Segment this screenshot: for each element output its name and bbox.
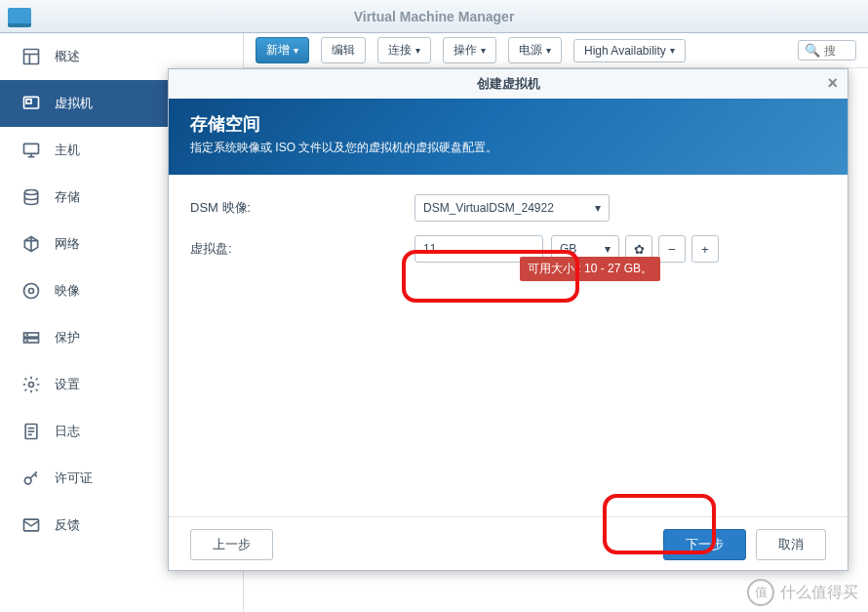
layout-icon <box>21 47 41 66</box>
image-icon <box>21 281 41 301</box>
sidebar-item-label: 反馈 <box>55 516 80 534</box>
window-title: Virtual Machine Manager <box>0 9 868 24</box>
network-icon <box>21 234 41 254</box>
vdisk-remove-button[interactable]: − <box>658 235 686 263</box>
search-box[interactable]: 🔍 <box>798 40 856 61</box>
banner-subtitle: 指定系统映像或 ISO 文件以及您的虚拟机的虚拟硬盘配置。 <box>190 140 826 156</box>
svg-rect-5 <box>24 143 39 153</box>
key-icon <box>21 469 41 488</box>
svg-point-14 <box>26 341 27 342</box>
sidebar-item-label: 映像 <box>55 282 80 300</box>
chevron-down-icon: ▾ <box>605 242 611 256</box>
sidebar-item-label: 网络 <box>55 235 80 253</box>
svg-point-10 <box>29 289 34 294</box>
chevron-down-icon: ▾ <box>546 45 551 56</box>
dsm-image-label: DSM 映像: <box>190 199 414 217</box>
add-button[interactable]: 新增▾ <box>256 37 309 63</box>
close-icon[interactable]: × <box>827 73 838 94</box>
size-hint-tooltip: 可用大小 : 10 - 27 GB。 <box>520 257 660 281</box>
svg-point-15 <box>29 383 34 388</box>
vdisk-unit-value: GB <box>560 242 576 256</box>
back-button[interactable]: 上一步 <box>190 529 273 560</box>
shield-icon <box>21 328 41 347</box>
dialog-footer: 上一步 下一步 取消 <box>169 516 848 572</box>
chevron-down-icon: ▾ <box>670 45 675 56</box>
log-icon <box>21 422 41 441</box>
svg-point-13 <box>26 335 27 336</box>
sidebar-item-label: 许可证 <box>55 469 93 487</box>
gear-icon: ✿ <box>634 242 645 257</box>
monitor-icon <box>21 141 41 160</box>
gear-icon <box>21 375 41 394</box>
toolbar: 新增▾ 编辑 连接▾ 操作▾ 电源▾ High Availability▾ 🔍 <box>244 33 868 68</box>
watermark: 值 什么值得买 <box>747 579 858 606</box>
minus-icon: − <box>668 242 676 257</box>
svg-rect-4 <box>26 100 31 103</box>
sidebar-item-label: 概述 <box>55 48 80 65</box>
chevron-down-icon: ▾ <box>294 45 298 56</box>
svg-point-9 <box>24 284 39 299</box>
svg-point-20 <box>24 477 31 484</box>
chevron-down-icon: ▾ <box>595 201 601 215</box>
sidebar-item-label: 日志 <box>55 423 80 440</box>
plus-icon: + <box>701 242 709 257</box>
edit-button[interactable]: 编辑 <box>321 37 366 63</box>
mail-icon <box>21 515 41 535</box>
window-title-bar: Virtual Machine Manager <box>0 0 868 33</box>
sidebar-item-label: 虚拟机 <box>55 95 93 112</box>
dialog-title: 创建虚拟机 <box>477 75 540 93</box>
dsm-image-select[interactable]: DSM_VirtualDSM_24922 ▾ <box>414 194 610 222</box>
connect-button[interactable]: 连接▾ <box>377 37 431 63</box>
vm-icon <box>21 94 41 113</box>
vdisk-add-button[interactable]: + <box>691 235 719 263</box>
dialog-banner: 存储空间 指定系统映像或 ISO 文件以及您的虚拟机的虚拟硬盘配置。 <box>169 99 848 175</box>
svg-rect-0 <box>24 50 39 64</box>
svg-point-8 <box>24 190 37 195</box>
create-vm-dialog: 创建虚拟机 × 存储空间 指定系统映像或 ISO 文件以及您的虚拟机的虚拟硬盘配… <box>168 68 848 571</box>
ha-button[interactable]: High Availability▾ <box>573 39 686 62</box>
sidebar-item-label: 保护 <box>55 329 80 347</box>
sidebar-item-label: 存储 <box>55 188 80 206</box>
vdisk-label: 虚拟盘: <box>190 240 414 258</box>
dialog-title-bar: 创建虚拟机 × <box>169 69 848 99</box>
sidebar-item-label: 设置 <box>55 376 80 393</box>
search-icon: 🔍 <box>805 43 820 58</box>
watermark-icon: 值 <box>747 579 774 606</box>
power-button[interactable]: 电源▾ <box>508 37 562 63</box>
cancel-button[interactable]: 取消 <box>756 529 826 560</box>
banner-title: 存储空间 <box>190 112 826 136</box>
watermark-text: 什么值得买 <box>780 583 858 603</box>
search-input[interactable] <box>824 44 849 58</box>
dsm-image-value: DSM_VirtualDSM_24922 <box>423 201 554 215</box>
next-button[interactable]: 下一步 <box>663 529 746 560</box>
action-button[interactable]: 操作▾ <box>443 37 496 63</box>
chevron-down-icon: ▾ <box>415 45 420 56</box>
chevron-down-icon: ▾ <box>481 45 486 56</box>
disks-icon <box>21 187 41 207</box>
sidebar-item-label: 主机 <box>55 142 80 159</box>
